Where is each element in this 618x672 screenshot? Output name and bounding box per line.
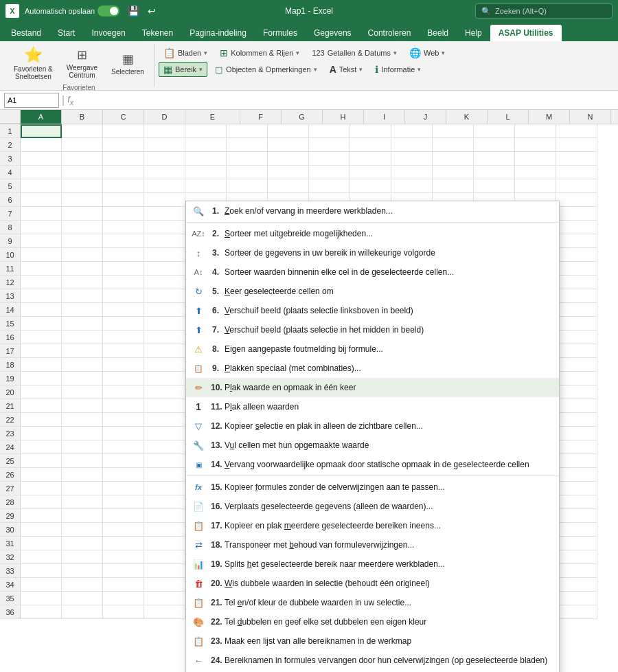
cell[interactable]	[515, 166, 556, 179]
dropdown-item-17[interactable]: 📋 17. Kopieer en plak meerdere geselecte…	[186, 516, 559, 535]
cell[interactable]	[144, 262, 185, 276]
dropdown-item-2[interactable]: AZ↕ 2. Sorteer met uitgebreide mogelijkh…	[186, 224, 559, 243]
cell[interactable]	[268, 152, 309, 166]
dropdown-item-16[interactable]: 📄 16. Verplaats geselecteerde gegevens (…	[186, 497, 559, 516]
tekst-dropdown[interactable]: A Tekst ▾	[325, 62, 368, 77]
cell[interactable]	[474, 124, 515, 138]
favorieten-button[interactable]: ⭐ Favorieten &Sneltoetsen	[8, 44, 58, 82]
cell[interactable]	[144, 358, 185, 372]
cell[interactable]	[62, 166, 103, 179]
cell[interactable]	[556, 358, 597, 372]
cell[interactable]	[556, 179, 597, 193]
dropdown-item-6[interactable]: ⬆ 6. Verschuif beeld (plaats selectie li…	[186, 301, 559, 320]
cell[interactable]	[144, 317, 185, 331]
bladen-dropdown[interactable]: 📋 Bladen ▾	[159, 45, 212, 60]
cell[interactable]	[144, 440, 185, 454]
cell[interactable]	[62, 578, 103, 592]
cell[interactable]	[21, 372, 62, 385]
cell[interactable]	[433, 124, 474, 138]
cell[interactable]	[62, 385, 103, 399]
cell[interactable]	[474, 152, 515, 166]
weergave-button[interactable]: ⊞ WeergaveCentrum	[61, 44, 103, 82]
col-header-f[interactable]: F	[240, 110, 282, 124]
cell[interactable]	[556, 440, 597, 454]
tab-start[interactable]: Start	[49, 25, 83, 41]
cell[interactable]	[103, 248, 144, 262]
cell[interactable]	[62, 372, 103, 385]
cell[interactable]	[433, 166, 474, 179]
dropdown-item-19[interactable]: 📊 19. Splits het geselecteerde bereik na…	[186, 555, 559, 574]
cell[interactable]	[21, 440, 62, 454]
cell[interactable]	[62, 454, 103, 468]
cell[interactable]	[62, 248, 103, 262]
col-header-a[interactable]: A	[21, 110, 62, 124]
cell[interactable]	[556, 234, 597, 248]
cell[interactable]	[391, 166, 433, 179]
cell[interactable]	[309, 179, 350, 193]
cell[interactable]	[21, 385, 62, 399]
dropdown-item-20[interactable]: 🗑 20. Wis dubbele waarden in selectie (b…	[186, 574, 559, 593]
col-header-l[interactable]: L	[488, 110, 529, 124]
cell[interactable]	[144, 166, 185, 179]
cell[interactable]	[515, 138, 556, 152]
cell[interactable]	[556, 523, 597, 537]
dropdown-item-21[interactable]: 📋 21. Tel en/of kleur de dubbele waarden…	[186, 593, 559, 612]
cell[interactable]	[433, 138, 474, 152]
cell[interactable]	[62, 592, 103, 605]
cell[interactable]	[103, 276, 144, 289]
cell[interactable]	[21, 399, 62, 413]
objecten-dropdown[interactable]: ◻ Objecten & Opmerkingen ▾	[210, 62, 322, 77]
cell[interactable]	[21, 317, 62, 331]
dropdown-item-5[interactable]: ↻ 5. Keer geselecteerde cellen om	[186, 282, 559, 301]
cell[interactable]	[21, 248, 62, 262]
cell[interactable]	[103, 289, 144, 303]
cell[interactable]	[62, 124, 103, 138]
cell[interactable]	[309, 138, 350, 152]
col-header-i[interactable]: I	[364, 110, 405, 124]
cell[interactable]	[62, 331, 103, 344]
cell[interactable]	[144, 289, 185, 303]
cell[interactable]	[556, 550, 597, 564]
cell[interactable]	[62, 276, 103, 289]
cell[interactable]	[21, 124, 62, 138]
cell[interactable]	[21, 537, 62, 550]
cell[interactable]	[103, 303, 144, 317]
cell[interactable]	[556, 592, 597, 605]
kolommen-dropdown[interactable]: ⊞ Kolommen & Rijen ▾	[215, 45, 304, 60]
cell[interactable]	[21, 289, 62, 303]
cell[interactable]	[185, 166, 227, 179]
cell[interactable]	[103, 166, 144, 179]
cell[interactable]	[103, 385, 144, 399]
cell[interactable]	[103, 592, 144, 605]
autosave-toggle[interactable]: Automatisch opslaan	[25, 5, 119, 16]
cell[interactable]	[391, 152, 433, 166]
cell[interactable]	[62, 152, 103, 166]
cell[interactable]	[227, 166, 268, 179]
cell[interactable]	[103, 262, 144, 276]
cell[interactable]	[21, 303, 62, 317]
tab-beeld[interactable]: Beeld	[419, 25, 457, 41]
cell[interactable]	[144, 495, 185, 509]
cell[interactable]	[21, 482, 62, 495]
col-header-e[interactable]: E	[185, 110, 240, 124]
dropdown-item-23[interactable]: 📋 23. Maak een lijst van alle bereikname…	[186, 631, 559, 651]
cell[interactable]	[103, 193, 144, 207]
cell[interactable]	[103, 372, 144, 385]
cell[interactable]	[350, 138, 391, 152]
cell[interactable]	[21, 221, 62, 234]
cell[interactable]	[350, 124, 391, 138]
col-header-g[interactable]: G	[282, 110, 323, 124]
cell[interactable]	[556, 221, 597, 234]
cell[interactable]	[144, 344, 185, 358]
cell[interactable]	[268, 179, 309, 193]
cell[interactable]	[556, 303, 597, 317]
cell[interactable]	[474, 166, 515, 179]
cell[interactable]	[144, 482, 185, 495]
cell[interactable]	[62, 303, 103, 317]
cell[interactable]	[62, 207, 103, 221]
dropdown-item-12[interactable]: ▽ 12. Kopieer selectie en plak in alleen…	[186, 416, 559, 436]
cell[interactable]	[62, 537, 103, 550]
col-header-b[interactable]: B	[62, 110, 103, 124]
cell[interactable]	[62, 482, 103, 495]
cell[interactable]	[103, 331, 144, 344]
